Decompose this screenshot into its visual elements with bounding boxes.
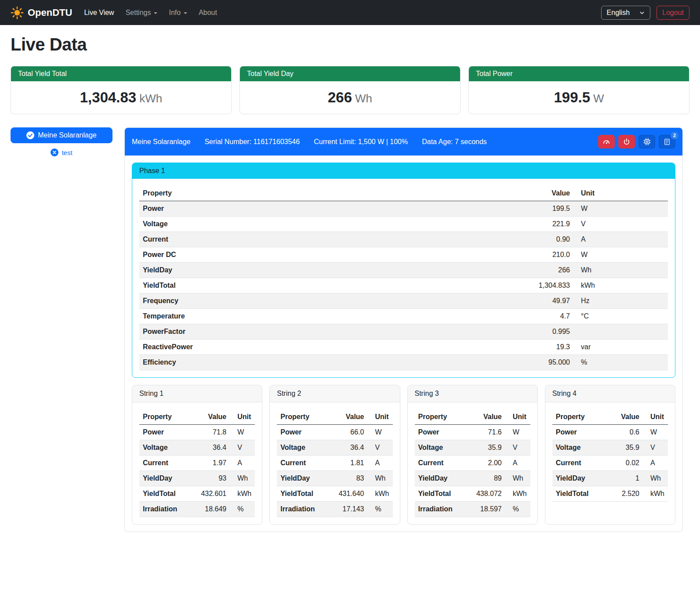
nav-links: Live View Settings Info About xyxy=(78,5,223,20)
table-row: Power0.6W xyxy=(552,425,668,440)
row-property: YieldTotal xyxy=(277,486,329,502)
string-card-4: String 4 Property Value Unit Power0.6WVo… xyxy=(545,385,675,525)
language-select-value: English xyxy=(607,9,630,17)
device-info-button[interactable] xyxy=(638,135,655,148)
main-content: Live Data Total Yield Total 1,304.83kWh … xyxy=(0,25,700,543)
row-unit: W xyxy=(573,201,668,217)
table-row: ReactivePower19.3var xyxy=(139,340,668,355)
inverter-name: Meine Solaranlage xyxy=(132,138,190,146)
card-body: 266Wh xyxy=(240,81,460,114)
limit-settings-button[interactable] xyxy=(598,135,615,148)
sun-icon xyxy=(11,6,24,19)
column-header-unit: Unit xyxy=(230,409,255,425)
table-row: Irradiation18.649% xyxy=(139,502,255,517)
inverter-label: Meine Solaranlage xyxy=(38,131,96,139)
row-value: 71.8 xyxy=(191,425,230,440)
row-value: 199.5 xyxy=(521,201,573,217)
row-unit: var xyxy=(573,340,668,355)
row-unit: A xyxy=(505,456,530,471)
top-navbar: OpenDTU Live View Settings Info About En… xyxy=(0,0,700,25)
page: OpenDTU Live View Settings Info About En… xyxy=(0,0,700,597)
power-icon xyxy=(623,138,631,146)
row-value: 18.597 xyxy=(467,502,505,517)
nav-live-view[interactable]: Live View xyxy=(78,5,120,20)
row-value: 0.6 xyxy=(604,425,643,440)
table-row: YieldTotal1,304.833kWh xyxy=(139,278,668,293)
string-card-title: String 3 xyxy=(408,385,537,402)
nav-info[interactable]: Info xyxy=(163,5,193,20)
table-row: YieldTotal2.520kWh xyxy=(552,486,668,502)
row-unit: % xyxy=(230,502,255,517)
card-total-power: Total Power 199.5W xyxy=(468,66,689,114)
table-row: Power DC210.0W xyxy=(139,247,668,263)
row-unit: A xyxy=(368,456,393,471)
card-value: 266 xyxy=(328,89,352,105)
row-value: 432.601 xyxy=(191,486,230,502)
column-header-unit: Unit xyxy=(643,409,668,425)
row-unit: °C xyxy=(573,309,668,324)
power-button[interactable] xyxy=(618,135,635,148)
row-property: Current xyxy=(139,232,521,247)
logout-button[interactable]: Logout xyxy=(656,6,689,20)
row-value: 66.0 xyxy=(329,425,368,440)
table-row: Temperature4.7°C xyxy=(139,309,668,324)
row-unit: kWh xyxy=(230,486,255,502)
row-value: 1.81 xyxy=(329,456,368,471)
row-unit: % xyxy=(573,355,668,370)
card-total-yield-total: Total Yield Total 1,304.83kWh xyxy=(11,66,232,114)
row-unit: Wh xyxy=(230,471,255,486)
string-card-3: String 3 Property Value Unit Power71.6WV… xyxy=(407,385,538,525)
column-header-value: Value xyxy=(467,409,505,425)
string-card-2: String 2 Property Value Unit Power66.0WV… xyxy=(269,385,400,525)
row-value: 35.9 xyxy=(604,440,643,456)
row-value: 17.143 xyxy=(329,502,368,517)
inverter-select-meine-solaranlage[interactable]: Meine Solaranlage xyxy=(11,127,112,143)
nav-about[interactable]: About xyxy=(193,5,223,20)
row-unit: Wh xyxy=(643,471,668,486)
brand[interactable]: OpenDTU xyxy=(11,6,72,19)
row-value: 95.000 xyxy=(521,355,573,370)
row-property: YieldTotal xyxy=(552,486,604,502)
table-row: Power71.6W xyxy=(415,425,530,440)
string-card-body: Property Value Unit Power71.6WVoltage35.… xyxy=(408,402,537,524)
table-row: YieldDay89Wh xyxy=(415,471,530,486)
row-unit: W xyxy=(505,425,530,440)
table-row: Current2.00A xyxy=(415,456,530,471)
row-value: 0.02 xyxy=(604,456,643,471)
nav-settings[interactable]: Settings xyxy=(120,5,163,20)
table-row: YieldTotal431.640kWh xyxy=(277,486,392,502)
card-title: Total Yield Total xyxy=(11,66,231,81)
navbar-right: English Logout xyxy=(601,6,689,20)
row-property: Power xyxy=(139,425,191,440)
card-title: Total Power xyxy=(469,66,689,81)
row-unit: A xyxy=(230,456,255,471)
row-value: 1,304.833 xyxy=(521,278,573,293)
table-row: YieldTotal432.601kWh xyxy=(139,486,255,502)
row-property: YieldDay xyxy=(139,263,521,278)
nav-info-label: Info xyxy=(169,9,181,16)
table-row: Power199.5W xyxy=(139,201,668,217)
string-card-title: String 2 xyxy=(270,385,399,402)
row-property: YieldDay xyxy=(415,471,467,486)
table-row: Voltage221.9V xyxy=(139,217,668,232)
string-card-1: String 1 Property Value Unit Power71.8WV… xyxy=(132,385,262,525)
table-header-row: Property Value Unit xyxy=(139,409,255,425)
table-row: Voltage36.4V xyxy=(139,440,255,456)
inverter-panel-header: Meine Solaranlage Serial Number: 1161716… xyxy=(125,128,682,156)
chevron-down-icon xyxy=(639,10,645,15)
column-header-value: Value xyxy=(604,409,643,425)
event-log-button[interactable]: 2 xyxy=(659,135,675,148)
language-select[interactable]: English xyxy=(601,6,650,20)
row-value: 71.6 xyxy=(467,425,505,440)
row-value: 266 xyxy=(521,263,573,278)
table-row: YieldTotal438.072kWh xyxy=(415,486,530,502)
inverter-select-test[interactable]: test xyxy=(11,148,112,156)
row-value: 1.97 xyxy=(191,456,230,471)
row-unit: W xyxy=(643,425,668,440)
table-row: YieldDay266Wh xyxy=(139,263,668,278)
table-header-row: Property Value Unit xyxy=(139,186,668,201)
row-property: YieldDay xyxy=(552,471,604,486)
row-unit: % xyxy=(505,502,530,517)
row-unit: W xyxy=(230,425,255,440)
row-unit: kWh xyxy=(505,486,530,502)
